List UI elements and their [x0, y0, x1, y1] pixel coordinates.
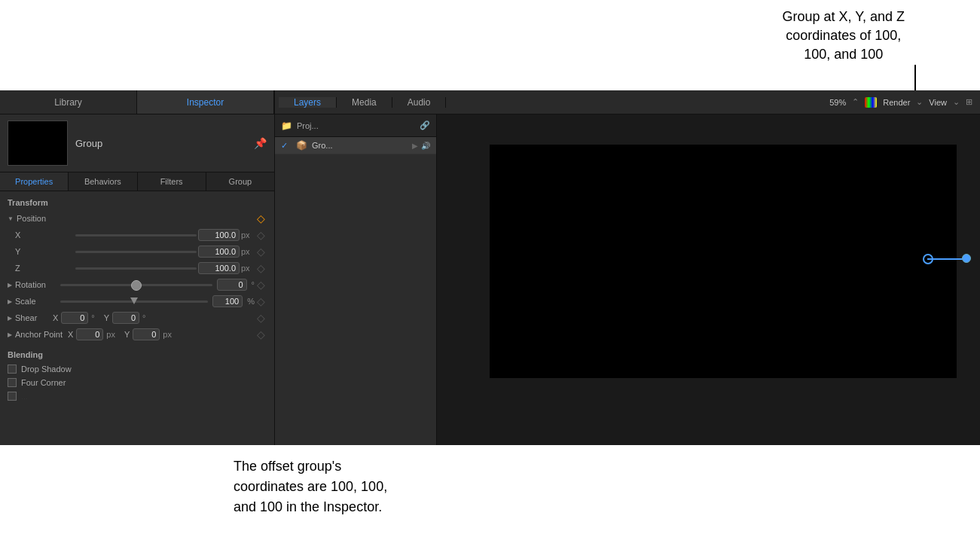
shear-x-label: X [53, 313, 58, 322]
property-tabs: Properties Behaviors Filters Group [0, 172, 274, 191]
four-corner-row: Four Corner [0, 376, 274, 389]
anchor-expand-arrow[interactable]: ▶ [8, 331, 12, 338]
anchor-x-label: X [68, 330, 73, 339]
scale-reset[interactable]: ◇ [255, 295, 267, 307]
tab-audio[interactable]: Audio [392, 97, 447, 108]
annotation-top-text: Group at X, Y, and Z coordinates of 100,… [783, 8, 905, 65]
render-arrow: ⌄ [916, 97, 923, 107]
position-reset[interactable]: ◇ [255, 212, 267, 224]
group-name-label: Group [75, 138, 246, 149]
anchor-reset[interactable]: ◇ [255, 328, 267, 340]
x-reset[interactable]: ◇ [255, 229, 267, 241]
scale-row: ▶ Scale % ◇ [0, 293, 274, 310]
scale-controls: % [60, 295, 255, 307]
anchor-y-unit: px [163, 330, 172, 339]
tab-media[interactable]: Media [337, 97, 392, 108]
position-label: Position [17, 214, 255, 223]
motion-point-right[interactable] [962, 254, 971, 263]
layer-name-group: Gro... [312, 141, 408, 150]
rotation-slider[interactable] [60, 284, 212, 286]
x-value-group: px [75, 229, 255, 241]
view-arrow: ⌄ [953, 97, 960, 107]
right-controls: 59% ⌃ Render ⌄ View ⌄ ⊞ [822, 97, 980, 108]
tab-properties[interactable]: Properties [0, 172, 69, 191]
annotation-bottom: The offset group's coordinates are 100, … [0, 445, 980, 543]
tab-layers[interactable]: Layers [279, 97, 337, 108]
color-picker-icon[interactable] [865, 97, 877, 108]
shear-y-input[interactable] [112, 312, 139, 324]
rotation-row: ▶ Rotation ° ◇ [0, 276, 274, 293]
extra-row: ... [0, 389, 274, 403]
anchor-x-unit: px [106, 330, 115, 339]
canvas-black [490, 145, 957, 378]
pin-icon[interactable]: 📌 [254, 137, 267, 149]
zoom-level[interactable]: 59% [829, 98, 846, 107]
group-layer-icon: 📦 [296, 140, 307, 151]
anchor-controls: X px Y px [68, 328, 255, 340]
drop-shadow-label: Drop Shadow [21, 365, 72, 374]
z-unit: px [241, 264, 255, 273]
rotation-label: Rotation [15, 280, 60, 289]
folder-icon: 📁 [281, 120, 292, 131]
y-reset[interactable]: ◇ [255, 246, 267, 258]
preview-thumbnail [8, 120, 68, 166]
scale-label: Scale [15, 297, 60, 306]
position-x-row: X px ◇ [0, 227, 274, 243]
top-bar: Library Inspector Layers Media Audio 59%… [0, 90, 980, 114]
tab-library[interactable]: Library [0, 90, 137, 114]
four-corner-label: Four Corner [21, 378, 66, 387]
z-slider[interactable] [75, 267, 197, 270]
extra-checkbox[interactable] [8, 392, 17, 401]
x-input[interactable] [198, 229, 240, 241]
position-expand-arrow[interactable]: ▼ [8, 215, 14, 222]
shear-x-input[interactable] [61, 312, 88, 324]
scale-input[interactable] [212, 295, 243, 307]
y-slider[interactable] [75, 251, 197, 253]
layer-check-icon: ✓ [281, 141, 292, 151]
annotation-top: Group at X, Y, and Z coordinates of 100,… [0, 0, 980, 90]
anchor-y-input[interactable] [133, 328, 160, 340]
y-value-group: px [75, 246, 255, 258]
x-slider[interactable] [75, 234, 197, 236]
shear-reset[interactable]: ◇ [255, 312, 267, 324]
motion-line [927, 258, 965, 260]
layer-item-group[interactable]: ✓ 📦 Gro... ▶ 🔊 [275, 137, 436, 154]
tab-group[interactable]: Group [206, 172, 274, 191]
position-y-row: Y px ◇ [0, 243, 274, 260]
rotation-expand-arrow[interactable]: ▶ [8, 282, 12, 288]
proj-label: Proj... [297, 121, 319, 130]
middle-tabs: Layers Media Audio [275, 90, 822, 114]
y-label: Y [15, 247, 75, 256]
shear-x-unit: ° [91, 313, 94, 322]
shear-row: ▶ Shear X ° Y ° ◇ [0, 310, 274, 326]
layer-video-icon: ▶ [412, 142, 418, 150]
anchor-label: Anchor Point [15, 330, 68, 339]
position-z-row: Z px ◇ [0, 260, 274, 276]
tab-behaviors[interactable]: Behaviors [69, 172, 137, 191]
anchor-row: ▶ Anchor Point X px Y px ◇ [0, 326, 274, 343]
layer-controls: ▶ 🔊 [412, 142, 430, 150]
anchor-x-input[interactable] [76, 328, 103, 340]
layer-audio-icon: 🔊 [421, 142, 430, 150]
rotation-controls: ° [60, 279, 255, 291]
four-corner-checkbox[interactable] [8, 378, 17, 387]
rotation-reset[interactable]: ◇ [255, 279, 267, 291]
shear-expand-arrow[interactable]: ▶ [8, 315, 12, 322]
position-row: ▼ Position ◇ [0, 210, 274, 227]
view-button[interactable]: View [929, 98, 947, 107]
scale-slider[interactable] [60, 300, 208, 303]
y-input[interactable] [198, 246, 240, 258]
z-reset[interactable]: ◇ [255, 262, 267, 274]
scale-unit: % [247, 297, 255, 306]
tab-inspector[interactable]: Inspector [137, 90, 274, 114]
z-input[interactable] [198, 262, 240, 274]
layers-link-icon: 🔗 [420, 120, 430, 130]
inspector-header: Group 📌 [0, 114, 274, 172]
scale-expand-arrow[interactable]: ▶ [8, 298, 12, 305]
tab-filters[interactable]: Filters [138, 172, 206, 191]
drop-shadow-checkbox[interactable] [8, 365, 17, 374]
window-icon[interactable]: ⊞ [966, 97, 972, 107]
render-button[interactable]: Render [883, 98, 910, 107]
rotation-input[interactable] [217, 279, 247, 291]
annotation-bottom-text: The offset group's coordinates are 100, … [234, 456, 387, 517]
